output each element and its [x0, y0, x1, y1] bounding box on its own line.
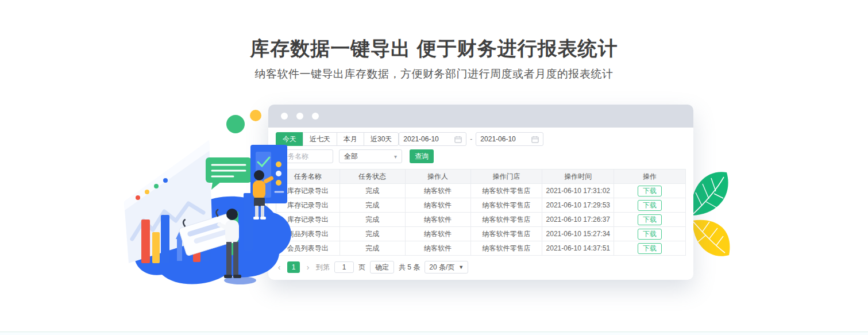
cell-operator: 纳客软件: [405, 184, 470, 198]
range-button-last30days[interactable]: 近30天: [364, 132, 399, 146]
column-header-task: 任务名称: [276, 170, 340, 184]
column-header-action: 操作: [614, 170, 686, 184]
quick-range-group: 今天 近七天 本月 近30天: [276, 132, 399, 146]
table-row: 商品列表导出 完成 纳客软件 纳客软件零售店 2021-06-10 15:27:…: [276, 227, 686, 241]
cell-store: 纳客软件零售店: [470, 241, 542, 256]
date-range-separator: -: [470, 135, 472, 143]
total-count-label: 共 5 条: [399, 263, 420, 272]
download-button[interactable]: 下载: [638, 200, 662, 211]
goto-page-label: 到第: [316, 263, 330, 272]
leaves-decoration: [689, 167, 734, 268]
download-button[interactable]: 下载: [638, 229, 662, 240]
cell-time: 2021-06-10 14:37:51: [542, 241, 614, 256]
calendar-icon: [531, 136, 539, 143]
next-page-icon[interactable]: ›: [304, 263, 311, 272]
confirm-page-button[interactable]: 确定: [370, 261, 394, 274]
chevron-down-icon: ▼: [458, 264, 464, 270]
cell-operator: 纳客软件: [405, 198, 470, 213]
download-button[interactable]: 下载: [638, 214, 662, 225]
page-size-select[interactable]: 20 条/页 ▼: [425, 261, 468, 274]
window-dot-icon: [281, 113, 288, 120]
bar-chart-shape: [141, 193, 253, 263]
search-button[interactable]: 查询: [410, 149, 434, 163]
pagination-bar: ‹ 1 › 到第 页 确定 共 5 条 20 条/页 ▼: [276, 261, 686, 274]
cell-task: 库存记录导出: [276, 198, 340, 213]
date-to-input[interactable]: 2021-06-10: [476, 132, 543, 146]
table-row: 会员列表导出 完成 纳客软件 纳客软件零售店 2021-06-10 14:37:…: [276, 241, 686, 256]
goto-page-input[interactable]: [334, 261, 354, 273]
cell-status: 完成: [340, 241, 405, 256]
window-titlebar: [268, 105, 693, 128]
app-window: 今天 近七天 本月 近30天 2021-06-10 - 2021: [268, 105, 693, 280]
blue-blob-shape: [129, 196, 291, 284]
window-dot-icon: [312, 113, 319, 120]
cell-time: 2021-06-10 17:29:53: [542, 198, 614, 213]
page-title: 库存数据一键导出 便于财务进行报表统计: [0, 36, 868, 62]
cell-store: 纳客软件零售店: [470, 198, 542, 213]
calendar-icon: [454, 136, 462, 143]
cell-status: 完成: [340, 198, 405, 213]
cell-status: 完成: [340, 227, 405, 241]
page-subtitle: 纳客软件一键导出库存数据，方便财务部门进行周度或者月度的报表统计: [0, 67, 868, 82]
date-filter-row: 今天 近七天 本月 近30天 2021-06-10 - 2021: [276, 132, 686, 146]
cell-store: 纳客软件零售店: [470, 184, 542, 198]
cell-time: 2021-06-10 17:31:02: [542, 184, 614, 198]
table-row: 库存记录导出 完成 纳客软件 纳客软件零售店 2021-06-10 17:31:…: [276, 184, 686, 198]
green-leaf-shape: [692, 172, 728, 215]
table-row: 库存记录导出 完成 纳客软件 纳客软件零售店 2021-06-10 17:29:…: [276, 198, 686, 213]
person-white-shape: [217, 209, 241, 278]
status-select[interactable]: 全部 ▾: [339, 149, 402, 163]
search-filter-row: 全部 ▾ 查询: [276, 149, 686, 163]
export-task-table: 任务名称 任务状态 操作人 操作门店 操作时间 操作 库存记录导出 完成 纳客软…: [276, 169, 686, 256]
table-row: 库存记录导出 完成 纳客软件 纳客软件零售店 2021-06-10 17:26:…: [276, 213, 686, 227]
cell-status: 完成: [340, 213, 405, 227]
bottom-divider: [0, 332, 868, 335]
cell-time: 2021-06-10 17:26:37: [542, 213, 614, 227]
cell-operator: 纳客软件: [405, 227, 470, 241]
date-from-value: 2021-06-10: [403, 135, 438, 143]
chart-board: [124, 140, 213, 263]
yellow-leaf-shape: [692, 220, 730, 256]
cell-status: 完成: [340, 184, 405, 198]
cell-store: 纳客软件零售店: [470, 213, 542, 227]
speech-bubble-shape: [206, 157, 252, 190]
column-header-operator: 操作人: [405, 170, 470, 184]
goto-page-suffix: 页: [358, 263, 365, 272]
yellow-dot-shape: [250, 110, 261, 121]
window-dot-icon: [296, 113, 303, 120]
cell-task: 库存记录导出: [276, 184, 340, 198]
page-size-value: 20 条/页: [429, 263, 454, 272]
chevron-down-icon: ▾: [394, 153, 397, 160]
range-button-this-month[interactable]: 本月: [337, 132, 364, 146]
date-from-input[interactable]: 2021-06-10: [399, 132, 466, 146]
range-button-today[interactable]: 今天: [276, 132, 303, 146]
range-button-last7days[interactable]: 近七天: [303, 132, 337, 146]
prev-page-icon[interactable]: ‹: [276, 263, 283, 272]
cell-operator: 纳客软件: [405, 241, 470, 256]
clipboard-shape: [176, 207, 236, 256]
line-chart-shape: [132, 203, 203, 239]
status-select-value: 全部: [344, 152, 358, 161]
date-to-value: 2021-06-10: [480, 135, 515, 143]
column-header-status: 任务状态: [340, 170, 405, 184]
column-header-store: 操作门店: [470, 170, 542, 184]
green-dot-shape: [226, 115, 245, 133]
cell-task: 商品列表导出: [276, 227, 340, 241]
cell-store: 纳客软件零售店: [470, 227, 542, 241]
cell-task: 库存记录导出: [276, 213, 340, 227]
download-button[interactable]: 下载: [638, 243, 662, 254]
column-header-time: 操作时间: [542, 170, 614, 184]
page: 库存数据一键导出 便于财务进行报表统计 纳客软件一键导出库存数据，方便财务部门进…: [0, 0, 868, 335]
download-button[interactable]: 下载: [638, 186, 662, 197]
cell-task: 会员列表导出: [276, 241, 340, 256]
table-header-row: 任务名称 任务状态 操作人 操作门店 操作时间 操作: [276, 170, 686, 184]
cell-time: 2021-06-10 15:27:34: [542, 227, 614, 241]
cell-operator: 纳客软件: [405, 213, 470, 227]
task-name-input[interactable]: [276, 149, 333, 163]
current-page-button[interactable]: 1: [287, 261, 300, 273]
